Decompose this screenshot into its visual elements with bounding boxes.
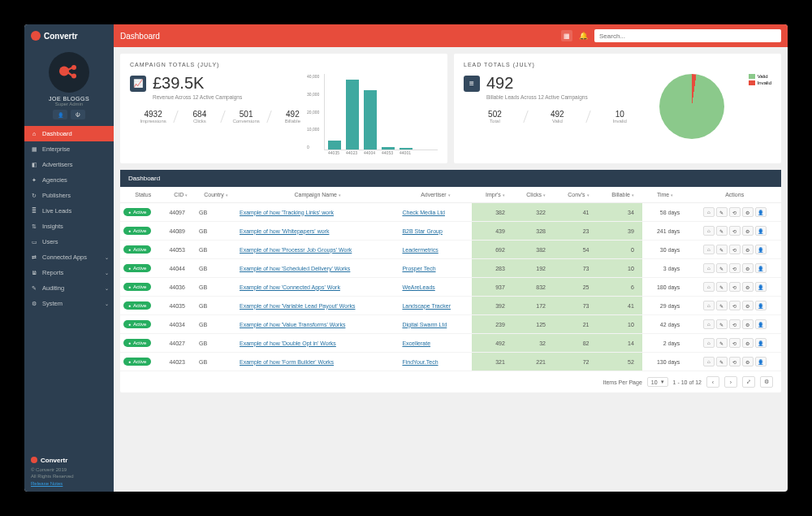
action-edit-button[interactable]: ✎ — [716, 245, 728, 254]
advertiser-link[interactable]: WeAreLeads — [402, 284, 434, 290]
nav-item-auditing[interactable]: ✎Auditing⌄ — [24, 280, 114, 296]
action-edit-button[interactable]: ✎ — [716, 357, 728, 366]
col-time[interactable]: Time▾ — [642, 187, 689, 203]
nav-item-connected-apps[interactable]: ⇄Connected Apps⌄ — [24, 249, 114, 265]
action-user-button[interactable]: 👤 — [755, 245, 767, 254]
action-user-button[interactable]: 👤 — [755, 357, 767, 366]
action-user-button[interactable]: 👤 — [755, 226, 767, 236]
action-home-button[interactable]: ⌂ — [703, 207, 715, 217]
action-settings-button[interactable]: ⚙ — [742, 282, 754, 292]
settings-button[interactable]: ⚙ — [760, 376, 773, 388]
action-refresh-button[interactable]: ⟲ — [729, 245, 741, 254]
nav-item-dashboard[interactable]: ⌂Dashboard — [24, 126, 114, 141]
col-advertiser[interactable]: Advertiser▾ — [399, 187, 472, 203]
campaign-link[interactable]: Example of how 'Tracking Links' work — [240, 210, 334, 215]
campaign-link[interactable]: Example of how 'Value Transforms' Works — [240, 322, 345, 327]
action-settings-button[interactable]: ⚙ — [742, 207, 754, 217]
action-home-button[interactable]: ⌂ — [703, 357, 715, 366]
action-user-button[interactable]: 👤 — [755, 338, 767, 348]
nav-item-agencies[interactable]: ✦Agencies — [24, 172, 114, 188]
action-edit-button[interactable]: ✎ — [716, 319, 728, 329]
advertiser-link[interactable]: B2B Star Group — [402, 228, 442, 234]
col-conv-s[interactable]: Conv's▾ — [554, 187, 598, 203]
campaign-link[interactable]: Example of how 'Double Opt in' Works — [240, 340, 336, 346]
campaign-link[interactable]: Example of how 'Connected Apps' Work — [240, 284, 340, 290]
action-edit-button[interactable]: ✎ — [716, 207, 728, 217]
action-settings-button[interactable]: ⚙ — [742, 357, 754, 366]
action-home-button[interactable]: ⌂ — [703, 226, 715, 236]
action-refresh-button[interactable]: ⟲ — [729, 301, 741, 310]
col-country[interactable]: Country▾ — [196, 187, 236, 203]
nav-item-advertisers[interactable]: ◧Advertisers — [24, 157, 114, 172]
action-refresh-button[interactable]: ⟲ — [729, 282, 741, 292]
logout-button[interactable]: ⏻ — [71, 110, 85, 119]
brand-logo[interactable]: Convertr — [24, 24, 114, 47]
campaign-link[interactable]: Example of how 'Variable Lead Payout' Wo… — [240, 303, 356, 309]
action-user-button[interactable]: 👤 — [755, 301, 767, 310]
action-refresh-button[interactable]: ⟲ — [729, 207, 741, 217]
col-status[interactable]: Status — [120, 187, 166, 203]
action-settings-button[interactable]: ⚙ — [742, 301, 754, 310]
action-user-button[interactable]: 👤 — [755, 207, 767, 217]
action-refresh-button[interactable]: ⟲ — [729, 263, 741, 273]
campaign-link[interactable]: Example of how 'Scheduled Delivery' Work… — [240, 266, 350, 271]
advertiser-link[interactable]: Check Media Ltd — [402, 210, 445, 215]
nav-item-publishers[interactable]: ↻Publishers — [24, 188, 114, 203]
col-actions[interactable]: Actions — [688, 187, 781, 203]
action-user-button[interactable]: 👤 — [755, 282, 767, 292]
campaign-link[interactable]: Example of how 'Whitepapers' work — [240, 228, 329, 234]
next-page-button[interactable]: › — [724, 376, 737, 388]
col-clicks[interactable]: Clicks▾ — [513, 187, 554, 203]
nav-item-insights[interactable]: ⇅Insights — [24, 219, 114, 234]
col-impr-s[interactable]: Impr's▾ — [472, 187, 512, 203]
action-user-button[interactable]: 👤 — [755, 263, 767, 273]
action-refresh-button[interactable]: ⟲ — [729, 226, 741, 236]
action-settings-button[interactable]: ⚙ — [742, 319, 754, 329]
profile-button[interactable]: 👤 — [53, 110, 67, 119]
action-edit-button[interactable]: ✎ — [716, 263, 728, 273]
nav-item-users[interactable]: ▭Users — [24, 234, 114, 249]
advertiser-link[interactable]: Digital Swarm Ltd — [402, 322, 447, 327]
nav-item-system[interactable]: ⚙System⌄ — [24, 296, 114, 311]
advertiser-link[interactable]: FindYour.Tech — [402, 359, 438, 365]
action-edit-button[interactable]: ✎ — [716, 226, 728, 236]
nav-item-enterprise[interactable]: ▦Enterprise — [24, 141, 114, 157]
prev-page-button[interactable]: ‹ — [706, 376, 719, 388]
advertiser-link[interactable]: Prosper Tech — [402, 266, 435, 271]
action-edit-button[interactable]: ✎ — [716, 301, 728, 310]
action-settings-button[interactable]: ⚙ — [742, 263, 754, 273]
advertiser-link[interactable]: Landscape Tracker — [402, 303, 451, 309]
nav-item-reports[interactable]: 🗎Reports⌄ — [24, 265, 114, 280]
release-notes-link[interactable]: Release Notes — [31, 481, 63, 486]
advertiser-link[interactable]: Excellerate — [402, 340, 430, 346]
action-home-button[interactable]: ⌂ — [703, 319, 715, 329]
calendar-icon[interactable]: ▦ — [561, 30, 572, 41]
action-home-button[interactable]: ⌂ — [703, 245, 715, 254]
avatar[interactable] — [49, 52, 89, 93]
campaign-link[interactable]: Example of how 'Form Builder' Works — [240, 359, 334, 365]
col-billable[interactable]: Billable▾ — [598, 187, 642, 203]
action-home-button[interactable]: ⌂ — [703, 338, 715, 348]
campaign-link[interactable]: Example of how 'Processr Job Groups' Wor… — [240, 247, 352, 253]
action-refresh-button[interactable]: ⟲ — [729, 357, 741, 366]
search-box[interactable] — [594, 29, 781, 42]
col-cid[interactable]: CID▾ — [166, 187, 196, 203]
action-home-button[interactable]: ⌂ — [703, 263, 715, 273]
action-refresh-button[interactable]: ⟲ — [729, 338, 741, 348]
action-settings-button[interactable]: ⚙ — [742, 245, 754, 254]
bell-icon[interactable]: 🔔 — [579, 32, 588, 40]
nav-item-live-leads[interactable]: ≣Live Leads — [24, 203, 114, 219]
action-edit-button[interactable]: ✎ — [716, 338, 728, 348]
action-home-button[interactable]: ⌂ — [703, 282, 715, 292]
col-campaign-name[interactable]: Campaign Name▾ — [236, 187, 399, 203]
action-edit-button[interactable]: ✎ — [716, 282, 728, 292]
action-refresh-button[interactable]: ⟲ — [729, 319, 741, 329]
action-home-button[interactable]: ⌂ — [703, 301, 715, 310]
advertiser-link[interactable]: Leadermetrics — [402, 247, 438, 253]
action-settings-button[interactable]: ⚙ — [742, 338, 754, 348]
expand-button[interactable]: ⤢ — [742, 376, 755, 388]
action-user-button[interactable]: 👤 — [755, 319, 767, 329]
search-input[interactable] — [599, 33, 776, 40]
items-per-page-select[interactable]: 10▾ — [647, 377, 668, 387]
action-settings-button[interactable]: ⚙ — [742, 226, 754, 236]
